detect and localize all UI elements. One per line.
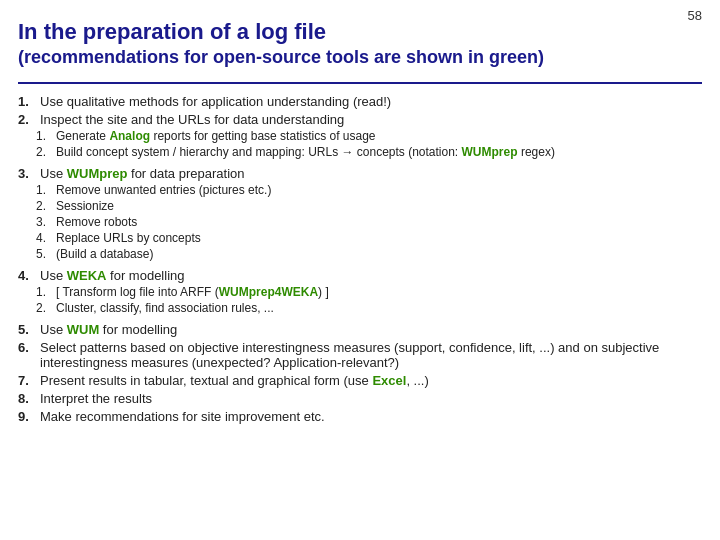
main-list: 1. Use qualitative methods for applicati… — [18, 94, 702, 424]
sub-num: 1. — [36, 129, 56, 143]
list-item: 1. Use qualitative methods for applicati… — [18, 94, 702, 109]
item-num: 8. — [18, 391, 40, 406]
sub-text: Replace URLs by concepts — [56, 231, 271, 245]
excel-link: Excel — [372, 373, 406, 388]
item-num: 2. — [18, 112, 40, 127]
item-text: Select patterns based on objective inter… — [40, 340, 702, 370]
sub-num: 3. — [36, 215, 56, 229]
sub-list: 1. [ Transform log file into ARFF (WUMpr… — [36, 285, 329, 317]
sub-text: Sessionize — [56, 199, 271, 213]
item-text: Use WUMprep for data preparation — [40, 166, 244, 181]
sub-list: 1. Generate Analog reports for getting b… — [36, 129, 555, 161]
item-num: 6. — [18, 340, 40, 355]
list-item: 7. Present results in tabular, textual a… — [18, 373, 702, 388]
list-item: 9. Make recommendations for site improve… — [18, 409, 702, 424]
header-subtitle: (recommendations for open-source tools a… — [18, 46, 702, 69]
list-item: 1. Remove unwanted entries (pictures etc… — [36, 183, 271, 197]
sub-list: 1. Remove unwanted entries (pictures etc… — [36, 183, 271, 263]
item-text: Inspect the site and the URLs for data u… — [40, 112, 344, 127]
weka-link: WEKA — [67, 268, 107, 283]
item-text: Use WUM for modelling — [40, 322, 702, 337]
sub-text: [ Transform log file into ARFF (WUMprep4… — [56, 285, 329, 299]
item-num: 9. — [18, 409, 40, 424]
sub-num: 2. — [36, 199, 56, 213]
sub-text: Generate Analog reports for getting base… — [56, 129, 555, 143]
item-text: Interpret the results — [40, 391, 702, 406]
list-item: 2. Build concept system / hierarchy and … — [36, 145, 555, 159]
item-text: Present results in tabular, textual and … — [40, 373, 702, 388]
list-item: 2. Inspect the site and the URLs for dat… — [18, 112, 702, 163]
list-item: 8. Interpret the results — [18, 391, 702, 406]
list-item: 4. Use WEKA for modelling 1. [ Transform… — [18, 268, 702, 319]
item-text: Use qualitative methods for application … — [40, 94, 702, 109]
item-num: 1. — [18, 94, 40, 109]
list-item: 4. Replace URLs by concepts — [36, 231, 271, 245]
wumprep-link: WUMprep — [462, 145, 518, 159]
list-item: 2. Cluster, classify, find association r… — [36, 301, 329, 315]
wumprep-link: WUMprep — [67, 166, 128, 181]
page-number: 58 — [688, 8, 702, 23]
item-num: 5. — [18, 322, 40, 337]
divider — [18, 82, 702, 84]
wumprep4weka-link: WUMprep4WEKA — [219, 285, 318, 299]
sub-num: 5. — [36, 247, 56, 261]
header-title: In the preparation of a log file — [18, 18, 702, 46]
list-item: 5. (Build a database) — [36, 247, 271, 261]
item-num: 3. — [18, 166, 40, 181]
sub-num: 2. — [36, 145, 56, 159]
list-item: 3. Remove robots — [36, 215, 271, 229]
sub-text: Remove robots — [56, 215, 271, 229]
sub-text: (Build a database) — [56, 247, 271, 261]
sub-text: Cluster, classify, find association rule… — [56, 301, 329, 315]
header: In the preparation of a log file (recomm… — [0, 0, 720, 78]
list-item: 1. [ Transform log file into ARFF (WUMpr… — [36, 285, 329, 299]
list-item: 5. Use WUM for modelling — [18, 322, 702, 337]
sub-text: Remove unwanted entries (pictures etc.) — [56, 183, 271, 197]
item-text: Use WEKA for modelling — [40, 268, 185, 283]
sub-num: 1. — [36, 285, 56, 299]
item-num: 7. — [18, 373, 40, 388]
list-item: 6. Select patterns based on objective in… — [18, 340, 702, 370]
sub-num: 2. — [36, 301, 56, 315]
analog-link: Analog — [109, 129, 150, 143]
item-text: Make recommendations for site improvemen… — [40, 409, 702, 424]
sub-num: 4. — [36, 231, 56, 245]
main-content: 1. Use qualitative methods for applicati… — [0, 94, 720, 424]
list-item: 1. Generate Analog reports for getting b… — [36, 129, 555, 143]
wum-link: WUM — [67, 322, 100, 337]
list-item: 3. Use WUMprep for data preparation 1. R… — [18, 166, 702, 265]
sub-text: Build concept system / hierarchy and map… — [56, 145, 555, 159]
sub-num: 1. — [36, 183, 56, 197]
item-num: 4. — [18, 268, 40, 283]
list-item: 2. Sessionize — [36, 199, 271, 213]
